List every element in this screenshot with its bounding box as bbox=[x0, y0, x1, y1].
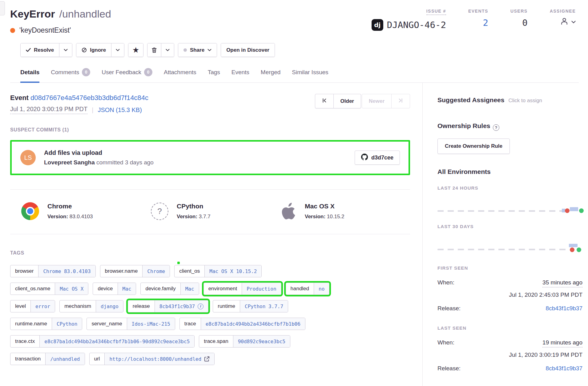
delete-dropdown-button[interactable] bbox=[161, 43, 174, 57]
tag-client-os: client_osMac OS X 10.15.2 bbox=[174, 265, 262, 277]
assignee-selector[interactable] bbox=[560, 17, 576, 27]
tab-details[interactable]: Details bbox=[20, 68, 39, 83]
first-seen-block: When: 35 minutes ago Jul 1, 2020 2:45:03… bbox=[437, 279, 582, 312]
older-event-button[interactable]: Older bbox=[333, 94, 361, 108]
tab-comments[interactable]: Comments0 bbox=[51, 68, 90, 83]
latest-event-button[interactable] bbox=[391, 94, 410, 108]
resolve-dropdown-button[interactable] bbox=[59, 43, 72, 57]
tag-browser: browserChrome 83.0.4103 bbox=[10, 265, 96, 277]
tag-server-name: server_nameIdos-iMac-215 bbox=[87, 318, 175, 330]
tag-device-family: device.familyMac bbox=[140, 283, 199, 295]
last-seen-marker bbox=[579, 208, 584, 213]
user-icon bbox=[560, 17, 569, 27]
commit-author: Lovepreet Sangha bbox=[44, 159, 95, 166]
tab-tags[interactable]: Tags bbox=[208, 68, 220, 83]
suspect-commits-heading: SUSPECT COMMITS (1) bbox=[10, 127, 410, 133]
create-ownership-rule-button[interactable]: Create Ownership Rule bbox=[437, 139, 510, 154]
tag-release: release8cb43f1c9b37i bbox=[128, 300, 208, 312]
last-seen-release-link[interactable]: 8cb43f1c9b37 bbox=[546, 365, 582, 372]
tag-browser-name: browser.nameChrome bbox=[100, 265, 170, 277]
comments-count-badge: 0 bbox=[82, 68, 90, 76]
context-runtime: ? CPython Version: 3.7.7 bbox=[151, 202, 280, 220]
oldest-event-button[interactable] bbox=[315, 94, 333, 108]
django-project-icon: dj bbox=[372, 19, 383, 31]
ignore-button[interactable]: Ignore bbox=[76, 43, 111, 57]
last-seen-block: When: 19 minutes ago Jul 1, 2020 3:00:19… bbox=[437, 339, 582, 372]
tab-attachments[interactable]: Attachments bbox=[164, 68, 196, 83]
tag-handled: handledno bbox=[286, 283, 330, 295]
first-seen-heading: FIRST SEEN bbox=[437, 265, 582, 271]
tab-similar-issues[interactable]: Similar Issues bbox=[292, 68, 328, 83]
first-seen-marker bbox=[570, 247, 574, 252]
context-browser: Chrome Version: 83.0.4103 bbox=[21, 202, 151, 220]
last-seen-date: Jul 1, 2020 3:00:19 PM PDT bbox=[437, 352, 582, 358]
event-id-link[interactable]: d08d7667e4a5476eb3b3db6d7f14c84c bbox=[30, 94, 148, 102]
tag-url: urlhttp://localhost:8000/unhandled bbox=[89, 353, 215, 365]
click-to-assign-hint: Click to assign bbox=[508, 98, 542, 104]
first-page-icon bbox=[322, 98, 327, 104]
first-seen-date: Jul 1, 2020 2:45:03 PM PDT bbox=[437, 292, 582, 298]
event-details-panel: Event d08d7667e4a5476eb3b3db6d7f14c84c J… bbox=[0, 83, 422, 386]
chrome-icon bbox=[21, 202, 39, 220]
issue-location: /unhandled bbox=[59, 8, 111, 20]
issue-tabs: Details Comments0 User Feedback0 Attachm… bbox=[10, 68, 579, 83]
info-icon[interactable]: i bbox=[198, 304, 203, 309]
tab-merged[interactable]: Merged bbox=[261, 68, 280, 83]
event-timestamp: Jul 1, 2020 3:00:19 PM PDT bbox=[10, 106, 87, 114]
tab-user-feedback[interactable]: User Feedback0 bbox=[102, 68, 152, 83]
issue-short-id[interactable]: DJANGO-46-2 bbox=[387, 20, 446, 30]
commit-message: Add files via upload bbox=[44, 149, 154, 156]
users-count[interactable]: 0 bbox=[522, 18, 527, 28]
commit-author-avatar: LS bbox=[20, 150, 36, 165]
feedback-count-badge: 0 bbox=[144, 68, 152, 76]
tag-trace-span: trace.span90d892c9eace3bc5 bbox=[199, 335, 290, 348]
last-seen-heading: LAST SEEN bbox=[437, 325, 582, 331]
delete-button[interactable] bbox=[147, 43, 161, 57]
share-button[interactable]: Share bbox=[178, 43, 217, 57]
events-count[interactable]: 2 bbox=[483, 18, 488, 28]
tab-events[interactable]: Events bbox=[232, 68, 249, 83]
commit-sha-button[interactable]: d3d7cee bbox=[355, 151, 400, 165]
all-environments-heading: All Environments bbox=[437, 168, 582, 175]
event-pagination: Older Newer bbox=[315, 94, 410, 108]
first-seen-marker bbox=[565, 208, 570, 213]
star-icon: ★ bbox=[133, 47, 139, 54]
ignore-dropdown-button[interactable] bbox=[111, 43, 124, 57]
external-link-icon[interactable] bbox=[204, 356, 210, 362]
ignore-label: Ignore bbox=[90, 47, 106, 53]
github-icon bbox=[361, 154, 368, 162]
issue-culprit: 'keyDoesntExist' bbox=[19, 26, 71, 34]
chevron-down-icon bbox=[571, 19, 576, 25]
check-icon bbox=[26, 48, 31, 52]
first-seen-release-link[interactable]: 8cb43f1c9b37 bbox=[546, 305, 582, 312]
bookmark-star-button[interactable]: ★ bbox=[128, 43, 143, 57]
tag-trace: tracee8c87ba1dc494bb2a4346bcfbf7b1b06 bbox=[179, 318, 305, 330]
resolve-button[interactable]: Resolve bbox=[21, 43, 59, 57]
apple-icon bbox=[280, 202, 296, 220]
suggested-assignees-section[interactable]: Suggested Assignees Click to assign bbox=[437, 96, 582, 104]
issue-stats: ISSUE # dj DJANGO-46-2 EVENTS 2 USERS 0 … bbox=[372, 9, 579, 31]
tags-heading: TAGS bbox=[10, 250, 410, 256]
newer-event-button[interactable]: Newer bbox=[362, 94, 391, 108]
tag-mechanism: mechanismdjango bbox=[59, 300, 123, 312]
tag-client-os-name: client_os.nameMac OS X bbox=[10, 283, 88, 295]
context-os: Mac OS X Version: 10.15.2 bbox=[280, 202, 410, 220]
sparkline-30d bbox=[437, 246, 582, 252]
open-in-discover-button[interactable]: Open in Discover bbox=[221, 43, 275, 57]
event-json-link[interactable]: JSON (15.3 KB) bbox=[98, 107, 142, 114]
users-label: USERS bbox=[510, 9, 528, 14]
open-in-discover-label: Open in Discover bbox=[226, 47, 269, 53]
event-bar bbox=[569, 244, 578, 247]
tag-device: deviceMac bbox=[93, 283, 136, 295]
mute-icon bbox=[82, 47, 87, 53]
tag-environment: environmentProduction bbox=[203, 283, 281, 295]
chevron-down-icon bbox=[166, 49, 170, 51]
tag-transaction: transaction/unhandled bbox=[10, 353, 85, 365]
event-label: Event bbox=[10, 94, 29, 102]
last-seen-relative: 19 minutes ago bbox=[542, 339, 582, 348]
chevron-down-icon bbox=[64, 49, 68, 51]
ownership-rules-heading: Ownership Rules bbox=[437, 122, 490, 129]
help-icon[interactable]: ? bbox=[493, 124, 499, 131]
unknown-runtime-icon: ? bbox=[151, 203, 168, 220]
last-30-days-label: LAST 30 DAYS bbox=[437, 224, 582, 229]
